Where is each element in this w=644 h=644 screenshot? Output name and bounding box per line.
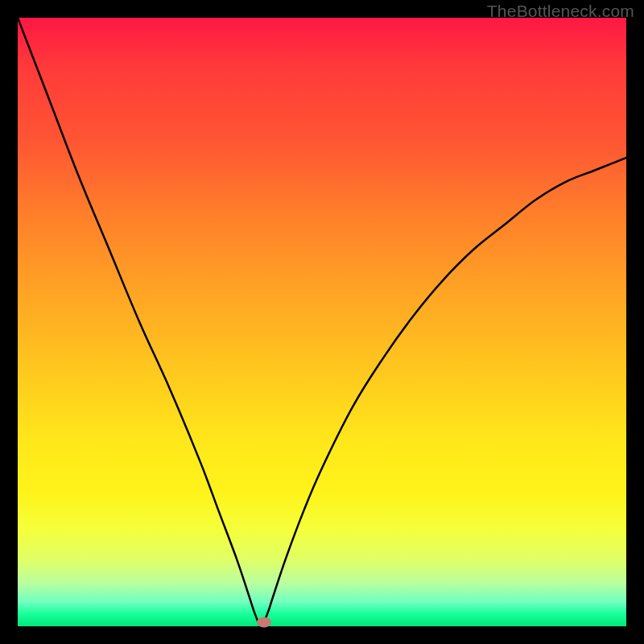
chart-container: TheBottleneck.com — [0, 0, 644, 644]
bottleneck-curve — [18, 18, 626, 626]
plot-area — [18, 18, 626, 626]
optimal-point-marker — [257, 617, 271, 628]
